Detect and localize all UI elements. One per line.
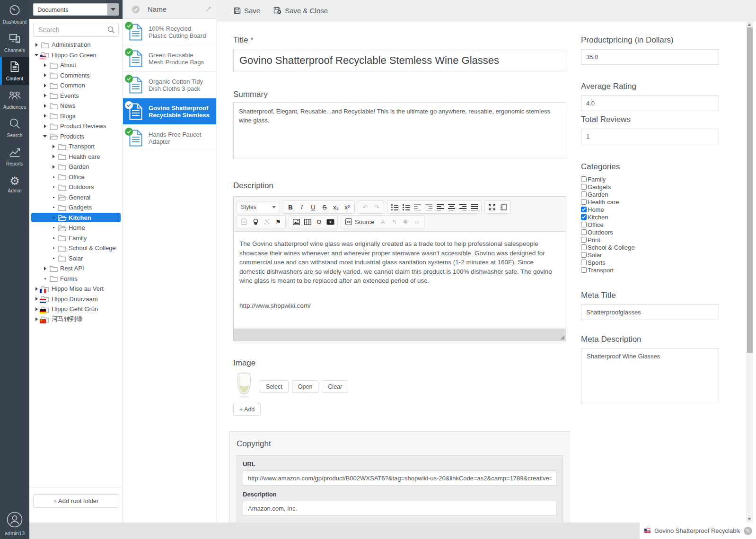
indent-button[interactable] <box>423 202 434 212</box>
category-checkbox[interactable] <box>581 267 587 273</box>
product-image-thumbnail[interactable] <box>233 372 255 400</box>
summary-textarea[interactable]: Shatterproof, Elegant, Reusable...and Re… <box>233 102 566 158</box>
category-checkbox[interactable] <box>581 252 587 258</box>
tree-item-hippo-go-green[interactable]: Hippo Go Green <box>29 50 123 61</box>
expand-arrow-icon[interactable] <box>42 114 48 118</box>
link-button[interactable] <box>250 217 261 227</box>
tree-item-comments[interactable]: Comments <box>29 70 123 81</box>
tree-item-office[interactable]: Office <box>29 172 123 183</box>
align-right-button[interactable] <box>457 202 468 212</box>
special-char-button[interactable]: Ω <box>313 217 325 227</box>
sidebar-item-reports[interactable]: Reports <box>0 142 29 170</box>
insert-table-button[interactable] <box>302 217 313 227</box>
maximize-button[interactable] <box>486 202 498 212</box>
anchor-flag-button[interactable]: ⚑ <box>273 217 284 227</box>
expand-arrow-icon[interactable] <box>42 73 48 77</box>
expand-arrow-icon[interactable] <box>33 43 40 47</box>
user-block[interactable]: admin13 <box>0 512 29 536</box>
source-button[interactable]: <> Source <box>343 218 377 226</box>
category-option-kitchen[interactable]: Kitchen <box>581 213 719 221</box>
expand-arrow-icon[interactable] <box>42 94 48 97</box>
outdent-button[interactable] <box>412 202 423 212</box>
expand-arrow-icon[interactable] <box>42 267 48 270</box>
category-option-sports[interactable]: Sports <box>581 259 719 266</box>
expand-arrow-icon[interactable] <box>33 287 40 291</box>
category-checkbox[interactable] <box>581 207 587 212</box>
suggestion-button[interactable]: ✱ <box>400 217 411 227</box>
document-list-item[interactable]: Govino Shatterproof Recyclable Stemless <box>123 98 216 125</box>
sidebar-item-audiences[interactable]: Audiences <box>0 85 29 113</box>
expand-arrow-icon[interactable] <box>42 124 48 128</box>
tree-item-rest-api[interactable]: Rest API <box>29 263 123 274</box>
category-option-home[interactable]: Home <box>581 206 719 213</box>
comment-button[interactable]: ↰ <box>388 217 400 227</box>
align-left-button[interactable] <box>434 202 446 212</box>
tree-item-products[interactable]: Products <box>29 131 123 142</box>
tree-item-product-reviews[interactable]: Product Reviews <box>29 121 123 131</box>
redo-button[interactable]: ↷ <box>371 202 382 212</box>
expand-arrow-icon[interactable] <box>33 317 40 321</box>
unlink-button[interactable] <box>261 217 273 227</box>
expand-arrow-icon[interactable] <box>33 297 40 301</box>
name-column-header[interactable]: Name <box>148 5 205 13</box>
search-icon[interactable] <box>107 26 115 34</box>
expand-arrow-icon[interactable] <box>50 165 57 169</box>
category-option-office[interactable]: Office <box>581 221 719 228</box>
copyright-description-input[interactable] <box>243 501 557 516</box>
category-checkbox[interactable] <box>581 184 587 190</box>
sidebar-item-admin[interactable]: ⚙Admin <box>0 170 29 199</box>
tree-item-school-college[interactable]: School & College <box>29 243 123 253</box>
tree-item-hippo-duurzaam[interactable]: Hippo Duurzaam <box>29 294 123 304</box>
document-list-item[interactable]: Hands Free Faucet Adapter <box>123 125 216 151</box>
sidebar-item-content[interactable]: Content <box>0 57 29 85</box>
tree-item-gadgets[interactable]: Gadgets <box>29 202 123 213</box>
category-option-transport[interactable]: Transport <box>581 266 719 274</box>
category-checkbox[interactable] <box>581 176 587 182</box>
expand-arrow-icon[interactable] <box>42 104 48 108</box>
category-option-family[interactable]: Family <box>581 175 719 183</box>
insert-image-button[interactable] <box>290 217 302 227</box>
image-open-button[interactable]: Open <box>292 380 319 393</box>
image-add-button[interactable]: + Add <box>233 403 261 416</box>
category-option-outdoors[interactable]: Outdoors <box>581 228 719 236</box>
sidebar-item-channels[interactable]: Channels <box>0 28 29 57</box>
reviews-input[interactable] <box>581 129 719 144</box>
category-option-school-college[interactable]: School & College <box>581 243 719 251</box>
expand-arrow-icon[interactable] <box>42 63 48 67</box>
category-checkbox[interactable] <box>581 214 587 220</box>
vertical-scrollbar[interactable] <box>746 21 753 522</box>
subscript-button[interactable]: x₂ <box>330 202 342 212</box>
scrollbar-thumb[interactable] <box>747 27 753 353</box>
sidebar-item-dashboard[interactable]: Dashboard <box>0 0 29 28</box>
underline-button[interactable]: U <box>308 202 319 212</box>
save-button[interactable]: Save <box>234 7 260 15</box>
align-center-button[interactable] <box>446 202 457 212</box>
numbered-list-button[interactable] <box>389 202 400 212</box>
document-list-item[interactable]: Green Reusable Mesh Produce Bags <box>123 45 216 72</box>
add-root-folder-button[interactable]: + Add root folder <box>33 494 119 508</box>
scroll-up-arrow[interactable] <box>747 23 751 26</box>
meta-title-input[interactable] <box>581 304 719 320</box>
category-option-health-care[interactable]: Health care <box>581 198 719 206</box>
title-input[interactable] <box>233 50 566 71</box>
category-option-print[interactable]: Print <box>581 236 719 243</box>
sidebar-item-search[interactable]: Search <box>0 113 29 142</box>
internal-link-button[interactable] <box>238 217 250 227</box>
show-blocks-button[interactable] <box>498 202 509 212</box>
bold-button[interactable]: B <box>285 202 296 212</box>
collapse-arrow-icon[interactable] <box>33 54 40 56</box>
code-snippet-button[interactable]: ‹› <box>411 217 422 227</box>
section-select[interactable]: Documents <box>33 3 107 16</box>
tree-item-hippo-mise-au-vert[interactable]: Hippo Mise au Vert <box>29 284 123 294</box>
tree-item-home[interactable]: Home <box>29 223 123 233</box>
tree-item-health-care[interactable]: Health care <box>29 152 123 162</box>
tree-item-news[interactable]: News <box>29 101 123 111</box>
category-checkbox[interactable] <box>581 237 587 243</box>
rte-resize-handle[interactable] <box>560 335 564 339</box>
tree-item-kitchen[interactable]: Kitchen <box>29 213 123 223</box>
italic-button[interactable]: I <box>296 202 308 212</box>
spellcheck-button[interactable]: A <box>377 217 388 227</box>
tree-item-河马转到绿[interactable]: 河马转到绿 <box>29 314 123 325</box>
category-option-solar[interactable]: Solar <box>581 251 719 259</box>
youtube-button[interactable] <box>325 217 336 227</box>
